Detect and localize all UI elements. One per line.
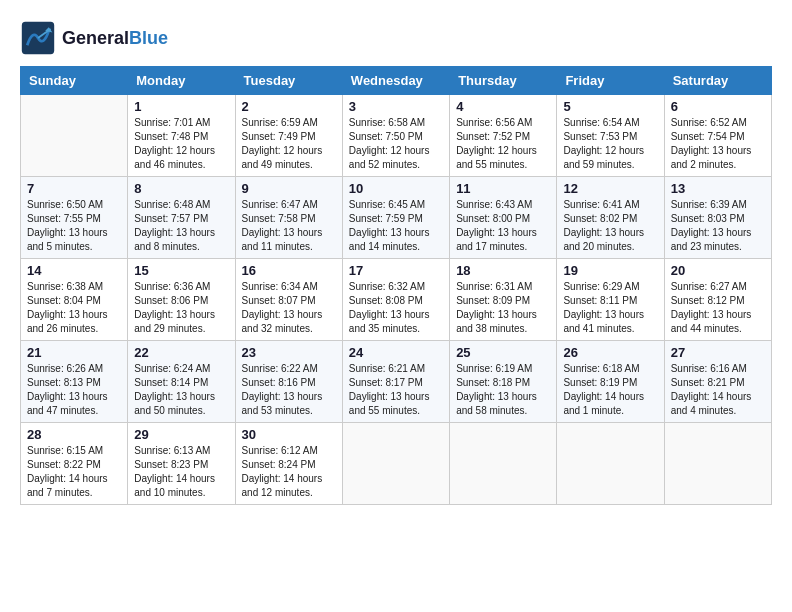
day-number: 7 xyxy=(27,181,121,196)
calendar-cell: 30Sunrise: 6:12 AM Sunset: 8:24 PM Dayli… xyxy=(235,423,342,505)
day-number: 18 xyxy=(456,263,550,278)
calendar-cell: 11Sunrise: 6:43 AM Sunset: 8:00 PM Dayli… xyxy=(450,177,557,259)
logo: GeneralBlue xyxy=(20,20,168,56)
calendar-cell xyxy=(557,423,664,505)
day-info: Sunrise: 6:54 AM Sunset: 7:53 PM Dayligh… xyxy=(563,116,657,172)
logo-text: GeneralBlue xyxy=(62,28,168,49)
day-info: Sunrise: 6:50 AM Sunset: 7:55 PM Dayligh… xyxy=(27,198,121,254)
day-number: 25 xyxy=(456,345,550,360)
day-info: Sunrise: 6:12 AM Sunset: 8:24 PM Dayligh… xyxy=(242,444,336,500)
calendar-week-2: 7Sunrise: 6:50 AM Sunset: 7:55 PM Daylig… xyxy=(21,177,772,259)
day-info: Sunrise: 6:16 AM Sunset: 8:21 PM Dayligh… xyxy=(671,362,765,418)
day-info: Sunrise: 6:48 AM Sunset: 7:57 PM Dayligh… xyxy=(134,198,228,254)
calendar-cell: 26Sunrise: 6:18 AM Sunset: 8:19 PM Dayli… xyxy=(557,341,664,423)
day-info: Sunrise: 6:59 AM Sunset: 7:49 PM Dayligh… xyxy=(242,116,336,172)
day-number: 4 xyxy=(456,99,550,114)
day-info: Sunrise: 6:29 AM Sunset: 8:11 PM Dayligh… xyxy=(563,280,657,336)
calendar-week-5: 28Sunrise: 6:15 AM Sunset: 8:22 PM Dayli… xyxy=(21,423,772,505)
calendar-cell: 4Sunrise: 6:56 AM Sunset: 7:52 PM Daylig… xyxy=(450,95,557,177)
day-info: Sunrise: 6:31 AM Sunset: 8:09 PM Dayligh… xyxy=(456,280,550,336)
column-header-thursday: Thursday xyxy=(450,67,557,95)
calendar-cell xyxy=(342,423,449,505)
day-number: 20 xyxy=(671,263,765,278)
day-number: 12 xyxy=(563,181,657,196)
calendar-week-3: 14Sunrise: 6:38 AM Sunset: 8:04 PM Dayli… xyxy=(21,259,772,341)
day-number: 9 xyxy=(242,181,336,196)
calendar-cell: 18Sunrise: 6:31 AM Sunset: 8:09 PM Dayli… xyxy=(450,259,557,341)
calendar-header-row: SundayMondayTuesdayWednesdayThursdayFrid… xyxy=(21,67,772,95)
calendar-cell: 2Sunrise: 6:59 AM Sunset: 7:49 PM Daylig… xyxy=(235,95,342,177)
logo-icon xyxy=(20,20,56,56)
day-info: Sunrise: 6:36 AM Sunset: 8:06 PM Dayligh… xyxy=(134,280,228,336)
calendar-cell: 27Sunrise: 6:16 AM Sunset: 8:21 PM Dayli… xyxy=(664,341,771,423)
calendar-cell xyxy=(450,423,557,505)
day-info: Sunrise: 6:19 AM Sunset: 8:18 PM Dayligh… xyxy=(456,362,550,418)
day-number: 19 xyxy=(563,263,657,278)
calendar-cell: 6Sunrise: 6:52 AM Sunset: 7:54 PM Daylig… xyxy=(664,95,771,177)
day-info: Sunrise: 6:38 AM Sunset: 8:04 PM Dayligh… xyxy=(27,280,121,336)
calendar-cell: 15Sunrise: 6:36 AM Sunset: 8:06 PM Dayli… xyxy=(128,259,235,341)
column-header-wednesday: Wednesday xyxy=(342,67,449,95)
column-header-tuesday: Tuesday xyxy=(235,67,342,95)
calendar-cell: 14Sunrise: 6:38 AM Sunset: 8:04 PM Dayli… xyxy=(21,259,128,341)
calendar-cell: 21Sunrise: 6:26 AM Sunset: 8:13 PM Dayli… xyxy=(21,341,128,423)
day-info: Sunrise: 6:45 AM Sunset: 7:59 PM Dayligh… xyxy=(349,198,443,254)
calendar-cell: 10Sunrise: 6:45 AM Sunset: 7:59 PM Dayli… xyxy=(342,177,449,259)
day-info: Sunrise: 6:41 AM Sunset: 8:02 PM Dayligh… xyxy=(563,198,657,254)
day-number: 26 xyxy=(563,345,657,360)
page-header: GeneralBlue xyxy=(20,20,772,56)
day-number: 21 xyxy=(27,345,121,360)
column-header-sunday: Sunday xyxy=(21,67,128,95)
day-number: 14 xyxy=(27,263,121,278)
day-info: Sunrise: 6:52 AM Sunset: 7:54 PM Dayligh… xyxy=(671,116,765,172)
day-info: Sunrise: 6:43 AM Sunset: 8:00 PM Dayligh… xyxy=(456,198,550,254)
day-number: 28 xyxy=(27,427,121,442)
calendar-cell: 16Sunrise: 6:34 AM Sunset: 8:07 PM Dayli… xyxy=(235,259,342,341)
calendar-cell xyxy=(21,95,128,177)
calendar-cell: 20Sunrise: 6:27 AM Sunset: 8:12 PM Dayli… xyxy=(664,259,771,341)
day-number: 3 xyxy=(349,99,443,114)
day-number: 15 xyxy=(134,263,228,278)
calendar-cell: 19Sunrise: 6:29 AM Sunset: 8:11 PM Dayli… xyxy=(557,259,664,341)
column-header-monday: Monday xyxy=(128,67,235,95)
day-number: 8 xyxy=(134,181,228,196)
calendar-cell: 24Sunrise: 6:21 AM Sunset: 8:17 PM Dayli… xyxy=(342,341,449,423)
day-number: 10 xyxy=(349,181,443,196)
day-number: 1 xyxy=(134,99,228,114)
calendar-cell: 3Sunrise: 6:58 AM Sunset: 7:50 PM Daylig… xyxy=(342,95,449,177)
day-info: Sunrise: 6:26 AM Sunset: 8:13 PM Dayligh… xyxy=(27,362,121,418)
calendar-cell: 7Sunrise: 6:50 AM Sunset: 7:55 PM Daylig… xyxy=(21,177,128,259)
day-number: 2 xyxy=(242,99,336,114)
day-number: 29 xyxy=(134,427,228,442)
day-number: 24 xyxy=(349,345,443,360)
calendar-cell: 28Sunrise: 6:15 AM Sunset: 8:22 PM Dayli… xyxy=(21,423,128,505)
calendar-week-1: 1Sunrise: 7:01 AM Sunset: 7:48 PM Daylig… xyxy=(21,95,772,177)
day-number: 23 xyxy=(242,345,336,360)
day-number: 6 xyxy=(671,99,765,114)
day-info: Sunrise: 6:32 AM Sunset: 8:08 PM Dayligh… xyxy=(349,280,443,336)
calendar-cell: 12Sunrise: 6:41 AM Sunset: 8:02 PM Dayli… xyxy=(557,177,664,259)
calendar-cell: 1Sunrise: 7:01 AM Sunset: 7:48 PM Daylig… xyxy=(128,95,235,177)
day-info: Sunrise: 6:18 AM Sunset: 8:19 PM Dayligh… xyxy=(563,362,657,418)
calendar-cell: 22Sunrise: 6:24 AM Sunset: 8:14 PM Dayli… xyxy=(128,341,235,423)
calendar-cell xyxy=(664,423,771,505)
day-number: 16 xyxy=(242,263,336,278)
calendar-cell: 8Sunrise: 6:48 AM Sunset: 7:57 PM Daylig… xyxy=(128,177,235,259)
calendar-cell: 25Sunrise: 6:19 AM Sunset: 8:18 PM Dayli… xyxy=(450,341,557,423)
calendar-cell: 17Sunrise: 6:32 AM Sunset: 8:08 PM Dayli… xyxy=(342,259,449,341)
day-info: Sunrise: 7:01 AM Sunset: 7:48 PM Dayligh… xyxy=(134,116,228,172)
calendar-cell: 29Sunrise: 6:13 AM Sunset: 8:23 PM Dayli… xyxy=(128,423,235,505)
day-info: Sunrise: 6:47 AM Sunset: 7:58 PM Dayligh… xyxy=(242,198,336,254)
day-number: 27 xyxy=(671,345,765,360)
day-info: Sunrise: 6:22 AM Sunset: 8:16 PM Dayligh… xyxy=(242,362,336,418)
day-info: Sunrise: 6:39 AM Sunset: 8:03 PM Dayligh… xyxy=(671,198,765,254)
day-info: Sunrise: 6:15 AM Sunset: 8:22 PM Dayligh… xyxy=(27,444,121,500)
calendar-cell: 5Sunrise: 6:54 AM Sunset: 7:53 PM Daylig… xyxy=(557,95,664,177)
day-info: Sunrise: 6:21 AM Sunset: 8:17 PM Dayligh… xyxy=(349,362,443,418)
day-info: Sunrise: 6:27 AM Sunset: 8:12 PM Dayligh… xyxy=(671,280,765,336)
day-number: 17 xyxy=(349,263,443,278)
calendar-week-4: 21Sunrise: 6:26 AM Sunset: 8:13 PM Dayli… xyxy=(21,341,772,423)
day-info: Sunrise: 6:13 AM Sunset: 8:23 PM Dayligh… xyxy=(134,444,228,500)
day-info: Sunrise: 6:34 AM Sunset: 8:07 PM Dayligh… xyxy=(242,280,336,336)
day-info: Sunrise: 6:24 AM Sunset: 8:14 PM Dayligh… xyxy=(134,362,228,418)
